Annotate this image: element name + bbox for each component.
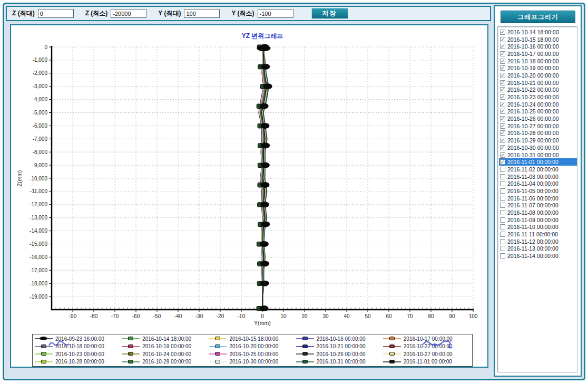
date-list-item[interactable]: 2016-11-13 00:00:00 xyxy=(499,245,577,253)
svg-text:-60: -60 xyxy=(132,313,140,319)
date-list-item[interactable]: ✓2016-10-15 18:00:00 xyxy=(499,36,577,43)
z-min-input[interactable] xyxy=(111,9,146,18)
checkbox-unchecked-icon[interactable] xyxy=(500,239,505,244)
date-list-item[interactable]: ✓2016-10-20 00:00:00 xyxy=(499,72,577,79)
legend-marker-icon xyxy=(122,344,140,349)
checkbox-unchecked-icon[interactable] xyxy=(500,181,505,186)
checkbox-checked-icon[interactable]: ✓ xyxy=(500,159,505,165)
date-list-item[interactable]: 2016-11-07 00:00:00 xyxy=(499,202,577,209)
checkbox-unchecked-icon[interactable] xyxy=(500,232,505,237)
chart-panel: -90-80-70-60-50-40-30-20-100102030405060… xyxy=(10,24,488,368)
checkbox-checked-icon[interactable]: ✓ xyxy=(500,30,505,35)
legend-entry: 2016-10-17 00:00:00 xyxy=(383,336,470,342)
legend-label: 2016-10-15 18:00:00 xyxy=(229,336,278,342)
z-max-field: Z (최대) xyxy=(12,9,74,18)
date-list-item[interactable]: 2016-11-06 00:00:00 xyxy=(499,195,577,202)
date-list-item[interactable]: 2016-11-02 00:00:00 xyxy=(499,166,577,173)
svg-text:-9,000: -9,000 xyxy=(33,162,48,168)
date-list-item[interactable]: 2016-11-03 00:00:00 xyxy=(499,173,577,180)
date-list-item[interactable]: 2016-11-08 00:00:00 xyxy=(499,209,577,216)
checkbox-unchecked-icon[interactable] xyxy=(500,224,505,229)
svg-text:-90: -90 xyxy=(69,313,77,319)
date-label: 2016-10-22 00:00:00 xyxy=(507,87,559,93)
date-list-item[interactable]: ✓2016-10-24 00:00:00 xyxy=(499,101,577,108)
checkbox-checked-icon[interactable]: ✓ xyxy=(500,87,505,92)
checkbox-unchecked-icon[interactable] xyxy=(500,217,505,223)
date-list-item[interactable]: ✓2016-10-31 00:00:00 xyxy=(499,151,577,159)
date-list-item[interactable]: 2016-11-11 00:00:00 xyxy=(499,231,577,238)
y-min-input[interactable] xyxy=(258,9,293,18)
date-label: 2016-10-14 18:00:00 xyxy=(507,29,559,35)
checkbox-checked-icon[interactable]: ✓ xyxy=(500,73,505,78)
legend-marker-icon xyxy=(296,344,314,349)
date-list-item[interactable]: ✓2016-10-27 00:00:00 xyxy=(499,122,577,130)
checkbox-checked-icon[interactable]: ✓ xyxy=(500,116,505,121)
svg-text:-7,000: -7,000 xyxy=(33,136,48,142)
checkbox-checked-icon[interactable]: ✓ xyxy=(500,123,505,129)
legend-entry: 2016-10-26 00:00:00 xyxy=(296,351,383,357)
date-list-item[interactable]: ✓2016-10-14 18:00:00 xyxy=(499,28,577,36)
checkbox-checked-icon[interactable]: ✓ xyxy=(500,59,505,64)
date-list-item[interactable]: ✓2016-10-23 00:00:00 xyxy=(499,93,577,101)
checkbox-checked-icon[interactable]: ✓ xyxy=(500,65,505,71)
checkbox-checked-icon[interactable]: ✓ xyxy=(500,138,505,143)
date-label: 2016-11-06 00:00:00 xyxy=(507,195,558,202)
date-label: 2016-11-12 00:00:00 xyxy=(507,238,558,245)
date-list[interactable]: ✓2016-10-14 18:00:00✓2016-10-15 18:00:00… xyxy=(497,26,577,372)
date-list-item[interactable]: ✓2016-10-18 00:00:00 xyxy=(499,58,577,65)
date-list-item[interactable]: ✓2016-10-21 00:00:00 xyxy=(499,79,577,87)
checkbox-unchecked-icon[interactable] xyxy=(500,174,505,179)
checkbox-checked-icon[interactable]: ✓ xyxy=(500,145,505,150)
checkbox-unchecked-icon[interactable] xyxy=(500,188,505,194)
checkbox-unchecked-icon[interactable] xyxy=(500,246,505,251)
legend-entry: 2016-10-25 00:00:00 xyxy=(209,351,296,357)
checkbox-checked-icon[interactable]: ✓ xyxy=(500,80,505,85)
legend-label: 2016-10-27 00:00:00 xyxy=(404,351,453,357)
y-max-field: Y (최대) xyxy=(158,9,220,18)
date-list-item[interactable]: ✓2016-10-17 00:00:00 xyxy=(499,50,577,58)
date-list-item[interactable]: 2016-11-14 00:00:00 xyxy=(499,252,577,260)
date-list-item[interactable]: ✓2016-10-19 00:00:00 xyxy=(499,64,577,72)
y-max-input[interactable] xyxy=(184,9,220,18)
svg-text:10: 10 xyxy=(280,313,287,319)
date-list-item[interactable]: ✓2016-10-30 00:00:00 xyxy=(499,144,577,151)
checkbox-checked-icon[interactable]: ✓ xyxy=(500,37,505,42)
date-list-item[interactable]: ✓2016-10-29 00:00:00 xyxy=(499,137,577,144)
date-list-item[interactable]: 2016-11-05 00:00:00 xyxy=(499,187,577,195)
date-list-item[interactable]: ✓2016-10-28 00:00:00 xyxy=(499,130,577,137)
date-label: 2016-10-25 00:00:00 xyxy=(507,108,559,114)
checkbox-unchecked-icon[interactable] xyxy=(500,253,505,258)
date-list-item[interactable]: ✓2016-10-22 00:00:00 xyxy=(499,87,577,94)
checkbox-unchecked-icon[interactable] xyxy=(500,196,505,201)
date-list-item[interactable]: ✓2016-10-16 00:00:00 xyxy=(499,43,577,50)
date-list-item[interactable]: 2016-11-12 00:00:00 xyxy=(499,238,577,245)
legend-label: 2016-10-26 00:00:00 xyxy=(317,351,366,357)
legend-label: 2016-10-14 18:00:00 xyxy=(142,336,191,342)
date-list-item[interactable]: 2016-11-09 00:00:00 xyxy=(499,216,577,224)
checkbox-unchecked-icon[interactable] xyxy=(500,203,505,208)
date-list-item[interactable]: 2016-11-10 00:00:00 xyxy=(499,224,577,231)
checkbox-unchecked-icon[interactable] xyxy=(500,167,505,172)
checkbox-checked-icon[interactable]: ✓ xyxy=(500,102,505,107)
checkbox-checked-icon[interactable]: ✓ xyxy=(500,130,505,136)
svg-text:60: 60 xyxy=(386,313,392,319)
svg-text:-4,000: -4,000 xyxy=(33,97,48,102)
z-max-input[interactable] xyxy=(38,9,74,18)
checkbox-checked-icon[interactable]: ✓ xyxy=(500,44,505,49)
date-label: 2016-10-27 00:00:00 xyxy=(507,123,559,129)
checkbox-checked-icon[interactable]: ✓ xyxy=(500,152,505,158)
save-button[interactable]: 저장 xyxy=(311,8,348,19)
date-list-item[interactable]: 2016-11-04 00:00:00 xyxy=(499,180,577,187)
date-list-item[interactable]: ✓2016-10-26 00:00:00 xyxy=(499,115,577,122)
date-list-item[interactable]: ✓2016-11-01 00:00:00 xyxy=(499,158,577,166)
date-list-item[interactable]: ✓2016-10-25 00:00:00 xyxy=(499,108,577,116)
checkbox-checked-icon[interactable]: ✓ xyxy=(500,109,505,114)
legend-label: 2016-11-01 00:00:00 xyxy=(404,359,452,365)
checkbox-unchecked-icon[interactable] xyxy=(500,210,505,215)
checkbox-checked-icon[interactable]: ✓ xyxy=(500,94,505,100)
graph-draw-header[interactable]: 그래프그리기 xyxy=(501,11,575,23)
legend-label: 2016-10-16 00:00:00 xyxy=(317,336,366,342)
date-label: 2016-11-04 00:00:00 xyxy=(507,180,558,187)
checkbox-checked-icon[interactable]: ✓ xyxy=(500,51,505,56)
svg-text:-16,000: -16,000 xyxy=(30,254,47,260)
